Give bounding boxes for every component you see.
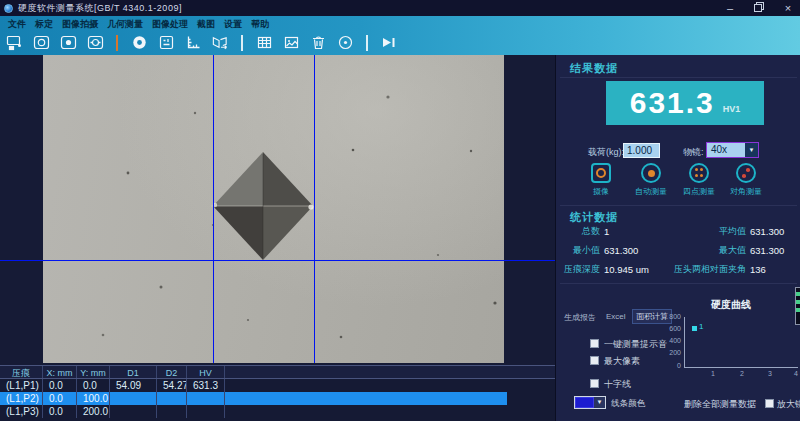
stat-angle-value: 136 [750,264,800,275]
delete-trash-icon[interactable] [309,34,327,52]
statistics-section-header: 统计数据 [570,210,618,225]
menu-screenshot[interactable]: 截图 [197,18,215,31]
cell-hv [187,392,225,405]
four-point-measure-label: 四点测量 [676,186,722,197]
stat-depth-label: 压痕深度 [556,263,600,276]
export-run-icon[interactable] [380,34,398,52]
cell-hv [187,405,225,418]
col-header-indent[interactable]: 压痕 [0,366,43,378]
sound-checkbox-label: 一键测量提示音 [604,338,667,351]
restore-button[interactable] [753,0,765,16]
stat-mean-label: 平均值 [670,225,746,238]
x-tick: 4 [791,370,800,377]
magnifier-checkbox[interactable] [765,399,774,408]
auto-capture-icon[interactable] [59,34,77,52]
level-meter[interactable] [795,287,800,325]
menu-image-capture[interactable]: 图像拍摄 [62,18,98,31]
cell-y: 200.0 [77,405,110,418]
table-row-selected[interactable]: (L1,P2) 0.0 100.0 [0,392,507,405]
menu-geometry-measure[interactable]: 几何测量 [107,18,143,31]
close-button[interactable]: × [782,0,794,16]
data-point-marker[interactable] [692,326,697,331]
snapshot-icon[interactable] [32,34,50,52]
line-color-dropdown[interactable]: ▼ [574,396,606,409]
menu-calibration[interactable]: 标定 [35,18,53,31]
image-gallery-icon[interactable] [282,34,300,52]
measure-line-horizontal[interactable] [0,260,555,261]
toolbar [0,30,800,55]
image-viewport [0,55,555,365]
cell-hv: 631.3 [187,379,225,392]
title-bar: 硬度软件测量系统[GB/T 4340.1-2009] – × [0,0,800,16]
y-tick: 0 [661,362,681,369]
measure-line-vertical-right[interactable] [314,55,315,363]
diagonal-measure-button[interactable]: 对角测量 [723,163,769,197]
stat-min-label: 最小值 [556,244,600,257]
y-axis [684,317,685,368]
auto-measure-button[interactable]: 自动测量 [628,163,674,197]
camera-button-label: 摄像 [578,186,624,197]
cell-x: 0.0 [43,405,77,418]
cell-y: 0.0 [77,379,110,392]
divider [560,205,797,206]
tab-generate-report[interactable]: 生成报告 [564,312,596,323]
disc-record-icon[interactable] [336,34,354,52]
col-header-hv[interactable]: HV [187,366,225,378]
stat-count-label: 总数 [556,225,600,238]
table-row[interactable]: (L1,P1) 0.0 0.0 54.09 54.27 631.3 [0,379,555,392]
record-dot-icon[interactable] [130,34,148,52]
multi-capture-icon[interactable] [86,34,104,52]
menu-image-processing[interactable]: 图像处理 [152,18,188,31]
right-panel: 结果数据 631.3 HV1 载荷(kg): 1.000 物镜: 40x ▼ 摄… [555,55,800,421]
x-tick: 1 [708,370,718,377]
ruler-icon[interactable] [184,34,202,52]
menu-help[interactable]: 帮助 [251,18,269,31]
menu-settings[interactable]: 设置 [224,18,242,31]
col-header-d1[interactable]: D1 [110,366,157,378]
minimize-button[interactable]: – [724,0,736,16]
hardness-chart: 800 600 400 200 0 1 2 3 4 1 [661,311,800,383]
restore-icon [754,2,764,12]
y-tick: 800 [661,313,681,320]
statistics-grid: 总数 1 平均值 631.300 最小值 631.300 最大值 631.300… [556,225,800,276]
x-tick: 2 [737,370,747,377]
auto-measure-icon [641,163,661,183]
camera-button[interactable]: 摄像 [578,163,624,197]
cell-d1 [110,392,157,405]
col-header-y[interactable]: Y: mm [77,366,110,378]
microscope-image[interactable] [43,55,504,363]
measurement-table: 压痕 X: mm Y: mm D1 D2 HV (L1,P1) 0.0 0.0 … [0,365,555,421]
four-point-measure-button[interactable]: 四点测量 [676,163,722,197]
delete-all-data-button[interactable]: 删除全部测量数据 [684,398,756,411]
table-row[interactable]: (L1,P3) 0.0 200.0 [0,405,555,418]
cell-d2 [157,405,187,418]
col-header-d2[interactable]: D2 [157,366,187,378]
crosshair-checkbox[interactable] [590,379,599,388]
cell-x: 0.0 [43,392,77,405]
menu-file[interactable]: 文件 [8,18,26,31]
flip-rotate-icon[interactable] [211,34,229,52]
hardness-value-display: 631.3 HV1 [606,81,764,125]
objective-select[interactable]: 40x ▼ [706,142,759,158]
col-header-x[interactable]: X: mm [43,366,77,378]
tab-excel[interactable]: Excel [606,312,626,321]
toolbar-separator [366,35,368,51]
cell-x: 0.0 [43,379,77,392]
app-icon [4,4,13,13]
diagonal-measure-label: 对角测量 [723,186,769,197]
load-input[interactable]: 1.000 [623,143,660,158]
calibration-icon[interactable] [157,34,175,52]
camera-button-icon [591,163,611,183]
data-table-icon[interactable] [255,34,273,52]
x-axis [684,367,798,368]
sound-checkbox[interactable] [590,339,599,348]
stat-depth-value: 10.945 um [604,264,666,275]
stat-max-label: 最大值 [670,244,746,257]
measure-line-vertical-left[interactable] [213,55,214,363]
toolbar-separator [116,35,118,51]
camera-connect-icon[interactable] [5,34,23,52]
vickers-indentation [211,152,315,260]
result-section-header: 结果数据 [570,61,618,76]
auto-measure-label: 自动测量 [628,186,674,197]
max-pixel-checkbox[interactable] [590,356,599,365]
